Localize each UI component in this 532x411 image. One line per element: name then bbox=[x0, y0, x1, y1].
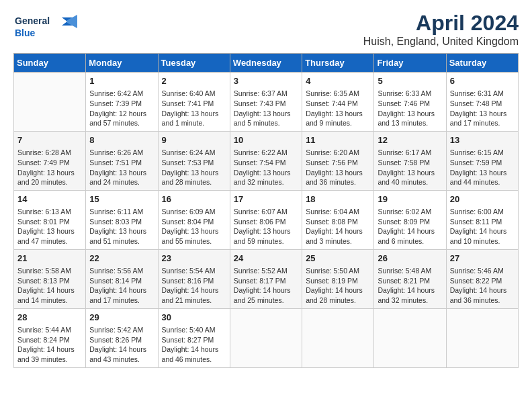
day-cell bbox=[14, 73, 86, 132]
day-cell: 30Sunrise: 5:40 AM Sunset: 8:27 PM Dayli… bbox=[158, 308, 230, 367]
day-info: Sunrise: 6:00 AM Sunset: 8:11 PM Dayligh… bbox=[450, 207, 515, 246]
day-info: Sunrise: 6:24 AM Sunset: 7:53 PM Dayligh… bbox=[162, 148, 226, 187]
day-number: 8 bbox=[89, 134, 154, 146]
day-number: 14 bbox=[17, 193, 82, 205]
day-number: 18 bbox=[306, 193, 370, 205]
day-number: 25 bbox=[306, 253, 370, 265]
title-area: April 2024 Huish, England, United Kingdo… bbox=[363, 11, 519, 48]
day-number: 28 bbox=[17, 312, 82, 324]
day-number: 13 bbox=[450, 134, 515, 146]
day-cell: 11Sunrise: 6:20 AM Sunset: 7:56 PM Dayli… bbox=[302, 131, 374, 190]
day-info: Sunrise: 5:50 AM Sunset: 8:19 PM Dayligh… bbox=[306, 266, 370, 306]
day-cell: 19Sunrise: 6:02 AM Sunset: 8:09 PM Dayli… bbox=[374, 190, 446, 249]
day-cell: 9Sunrise: 6:24 AM Sunset: 7:53 PM Daylig… bbox=[158, 131, 230, 190]
day-number: 10 bbox=[234, 134, 298, 146]
day-cell: 15Sunrise: 6:11 AM Sunset: 8:03 PM Dayli… bbox=[86, 190, 158, 249]
day-cell: 6Sunrise: 6:31 AM Sunset: 7:48 PM Daylig… bbox=[446, 73, 518, 132]
calendar-body: 1Sunrise: 6:42 AM Sunset: 7:39 PM Daylig… bbox=[14, 73, 519, 368]
header-cell-friday: Friday bbox=[374, 54, 446, 73]
day-number: 26 bbox=[378, 253, 442, 265]
header-cell-thursday: Thursday bbox=[302, 54, 374, 73]
day-number: 7 bbox=[17, 134, 82, 146]
header-cell-monday: Monday bbox=[86, 54, 158, 73]
header-cell-saturday: Saturday bbox=[446, 54, 518, 73]
day-cell: 8Sunrise: 6:26 AM Sunset: 7:51 PM Daylig… bbox=[86, 131, 158, 190]
day-number: 30 bbox=[162, 312, 226, 324]
day-cell bbox=[446, 308, 518, 367]
day-number: 21 bbox=[17, 253, 82, 265]
svg-text:Blue: Blue bbox=[15, 28, 36, 38]
day-cell: 5Sunrise: 6:33 AM Sunset: 7:46 PM Daylig… bbox=[374, 73, 446, 132]
day-cell: 12Sunrise: 6:17 AM Sunset: 7:58 PM Dayli… bbox=[374, 131, 446, 190]
day-number: 1 bbox=[89, 75, 154, 87]
svg-marker-3 bbox=[67, 15, 77, 28]
day-cell: 20Sunrise: 6:00 AM Sunset: 8:11 PM Dayli… bbox=[446, 190, 518, 249]
day-info: Sunrise: 6:13 AM Sunset: 8:01 PM Dayligh… bbox=[17, 207, 82, 246]
day-cell: 16Sunrise: 6:09 AM Sunset: 8:04 PM Dayli… bbox=[158, 190, 230, 249]
day-number: 2 bbox=[162, 75, 226, 87]
day-info: Sunrise: 5:54 AM Sunset: 8:16 PM Dayligh… bbox=[162, 266, 226, 306]
day-cell: 27Sunrise: 5:46 AM Sunset: 8:22 PM Dayli… bbox=[446, 249, 518, 308]
day-info: Sunrise: 5:46 AM Sunset: 8:22 PM Dayligh… bbox=[450, 266, 515, 306]
day-cell: 28Sunrise: 5:44 AM Sunset: 8:24 PM Dayli… bbox=[14, 308, 86, 367]
day-cell bbox=[230, 308, 302, 367]
day-number: 24 bbox=[234, 253, 298, 265]
day-number: 15 bbox=[89, 193, 154, 205]
day-info: Sunrise: 6:33 AM Sunset: 7:46 PM Dayligh… bbox=[378, 89, 442, 128]
day-number: 20 bbox=[450, 193, 515, 205]
header-row: SundayMondayTuesdayWednesdayThursdayFrid… bbox=[14, 54, 519, 73]
week-row-5: 28Sunrise: 5:44 AM Sunset: 8:24 PM Dayli… bbox=[14, 308, 519, 367]
day-info: Sunrise: 5:52 AM Sunset: 8:17 PM Dayligh… bbox=[234, 266, 298, 306]
day-number: 19 bbox=[378, 193, 442, 205]
day-info: Sunrise: 5:44 AM Sunset: 8:24 PM Dayligh… bbox=[17, 325, 82, 365]
day-cell: 23Sunrise: 5:54 AM Sunset: 8:16 PM Dayli… bbox=[158, 249, 230, 308]
day-cell: 22Sunrise: 5:56 AM Sunset: 8:14 PM Dayli… bbox=[86, 249, 158, 308]
day-cell: 26Sunrise: 5:48 AM Sunset: 8:21 PM Dayli… bbox=[374, 249, 446, 308]
header-cell-sunday: Sunday bbox=[14, 54, 86, 73]
week-row-1: 1Sunrise: 6:42 AM Sunset: 7:39 PM Daylig… bbox=[14, 73, 519, 132]
header-cell-wednesday: Wednesday bbox=[230, 54, 302, 73]
day-info: Sunrise: 6:31 AM Sunset: 7:48 PM Dayligh… bbox=[450, 89, 515, 128]
day-cell: 18Sunrise: 6:04 AM Sunset: 8:08 PM Dayli… bbox=[302, 190, 374, 249]
day-cell: 4Sunrise: 6:35 AM Sunset: 7:44 PM Daylig… bbox=[302, 73, 374, 132]
day-info: Sunrise: 5:58 AM Sunset: 8:13 PM Dayligh… bbox=[17, 266, 82, 306]
day-number: 22 bbox=[89, 253, 154, 265]
day-number: 27 bbox=[450, 253, 515, 265]
week-row-4: 21Sunrise: 5:58 AM Sunset: 8:13 PM Dayli… bbox=[14, 249, 519, 308]
month-title: April 2024 bbox=[363, 11, 519, 36]
logo: General Blue bbox=[13, 11, 81, 41]
day-info: Sunrise: 6:42 AM Sunset: 7:39 PM Dayligh… bbox=[89, 89, 154, 128]
header-cell-tuesday: Tuesday bbox=[158, 54, 230, 73]
day-info: Sunrise: 6:26 AM Sunset: 7:51 PM Dayligh… bbox=[89, 148, 154, 187]
day-cell: 7Sunrise: 6:28 AM Sunset: 7:49 PM Daylig… bbox=[14, 131, 86, 190]
day-cell bbox=[302, 308, 374, 367]
day-cell: 29Sunrise: 5:42 AM Sunset: 8:26 PM Dayli… bbox=[86, 308, 158, 367]
day-cell bbox=[374, 308, 446, 367]
day-info: Sunrise: 6:07 AM Sunset: 8:06 PM Dayligh… bbox=[234, 207, 298, 246]
day-number: 4 bbox=[306, 75, 370, 87]
day-info: Sunrise: 6:04 AM Sunset: 8:08 PM Dayligh… bbox=[306, 207, 370, 246]
day-number: 6 bbox=[450, 75, 515, 87]
day-info: Sunrise: 5:56 AM Sunset: 8:14 PM Dayligh… bbox=[89, 266, 154, 306]
day-cell: 17Sunrise: 6:07 AM Sunset: 8:06 PM Dayli… bbox=[230, 190, 302, 249]
day-info: Sunrise: 6:17 AM Sunset: 7:58 PM Dayligh… bbox=[378, 148, 442, 187]
day-info: Sunrise: 6:40 AM Sunset: 7:41 PM Dayligh… bbox=[162, 89, 226, 128]
day-cell: 14Sunrise: 6:13 AM Sunset: 8:01 PM Dayli… bbox=[14, 190, 86, 249]
day-info: Sunrise: 6:02 AM Sunset: 8:09 PM Dayligh… bbox=[378, 207, 442, 246]
day-number: 16 bbox=[162, 193, 226, 205]
day-cell: 21Sunrise: 5:58 AM Sunset: 8:13 PM Dayli… bbox=[14, 249, 86, 308]
day-info: Sunrise: 6:37 AM Sunset: 7:43 PM Dayligh… bbox=[234, 89, 298, 128]
svg-text:General: General bbox=[15, 15, 50, 26]
day-cell: 2Sunrise: 6:40 AM Sunset: 7:41 PM Daylig… bbox=[158, 73, 230, 132]
day-cell: 24Sunrise: 5:52 AM Sunset: 8:17 PM Dayli… bbox=[230, 249, 302, 308]
calendar-header: SundayMondayTuesdayWednesdayThursdayFrid… bbox=[14, 54, 519, 73]
day-info: Sunrise: 5:42 AM Sunset: 8:26 PM Dayligh… bbox=[89, 325, 154, 365]
day-info: Sunrise: 6:11 AM Sunset: 8:03 PM Dayligh… bbox=[89, 207, 154, 246]
day-info: Sunrise: 6:28 AM Sunset: 7:49 PM Dayligh… bbox=[17, 148, 82, 187]
day-info: Sunrise: 6:15 AM Sunset: 7:59 PM Dayligh… bbox=[450, 148, 515, 187]
day-number: 9 bbox=[162, 134, 226, 146]
day-cell: 3Sunrise: 6:37 AM Sunset: 7:43 PM Daylig… bbox=[230, 73, 302, 132]
calendar-table: SundayMondayTuesdayWednesdayThursdayFrid… bbox=[13, 53, 519, 368]
day-number: 5 bbox=[378, 75, 442, 87]
day-number: 29 bbox=[89, 312, 154, 324]
